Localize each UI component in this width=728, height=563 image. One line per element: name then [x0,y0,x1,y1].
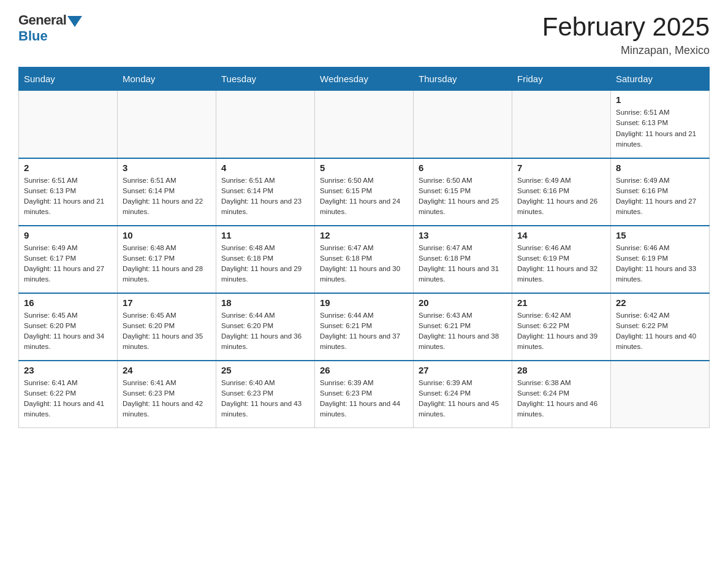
day-number: 1 [616,94,704,105]
calendar-cell: 13Sunrise: 6:47 AMSunset: 6:18 PMDayligh… [414,226,512,293]
day-number: 3 [123,163,211,173]
calendar-cell: 10Sunrise: 6:48 AMSunset: 6:17 PMDayligh… [118,226,216,293]
calendar-cell [216,91,315,158]
day-info: Sunrise: 6:38 AMSunset: 6:24 PMDaylight:… [517,378,605,420]
day-header-sunday: Sunday [19,67,118,91]
day-info: Sunrise: 6:50 AMSunset: 6:15 PMDaylight:… [320,175,408,218]
day-info: Sunrise: 6:49 AMSunset: 6:17 PMDaylight:… [24,243,112,285]
calendar-week-row: 9Sunrise: 6:49 AMSunset: 6:17 PMDaylight… [19,226,710,293]
calendar-cell: 24Sunrise: 6:41 AMSunset: 6:23 PMDayligh… [118,361,216,428]
day-info: Sunrise: 6:48 AMSunset: 6:17 PMDaylight:… [123,243,211,285]
day-number: 28 [517,365,605,375]
day-number: 7 [517,163,605,173]
day-number: 17 [123,297,211,308]
calendar-header-row: SundayMondayTuesdayWednesdayThursdayFrid… [19,67,710,91]
calendar-cell [512,91,611,158]
day-number: 5 [320,163,408,173]
calendar-cell: 14Sunrise: 6:46 AMSunset: 6:19 PMDayligh… [512,226,611,293]
day-info: Sunrise: 6:44 AMSunset: 6:20 PMDaylight:… [221,310,309,353]
day-number: 18 [221,297,309,308]
calendar-cell: 21Sunrise: 6:42 AMSunset: 6:22 PMDayligh… [512,293,611,361]
day-info: Sunrise: 6:45 AMSunset: 6:20 PMDaylight:… [24,310,112,353]
day-number: 2 [24,163,112,173]
logo-arrow-icon [67,16,82,27]
day-number: 10 [123,230,211,240]
calendar-cell: 7Sunrise: 6:49 AMSunset: 6:16 PMDaylight… [512,158,611,226]
day-number: 20 [419,297,507,308]
day-number: 24 [123,365,211,375]
day-info: Sunrise: 6:44 AMSunset: 6:21 PMDaylight:… [320,310,408,353]
title-area: February 2025 Minzapan, Mexico [542,12,710,57]
calendar-cell: 15Sunrise: 6:46 AMSunset: 6:19 PMDayligh… [611,226,710,293]
calendar-cell: 11Sunrise: 6:48 AMSunset: 6:18 PMDayligh… [216,226,315,293]
day-info: Sunrise: 6:41 AMSunset: 6:22 PMDaylight:… [24,378,112,420]
day-header-thursday: Thursday [414,67,512,91]
day-info: Sunrise: 6:47 AMSunset: 6:18 PMDaylight:… [320,243,408,285]
day-number: 22 [616,297,704,308]
calendar-cell: 26Sunrise: 6:39 AMSunset: 6:23 PMDayligh… [315,361,414,428]
calendar-cell: 3Sunrise: 6:51 AMSunset: 6:14 PMDaylight… [118,158,216,226]
day-info: Sunrise: 6:49 AMSunset: 6:16 PMDaylight:… [616,175,704,218]
day-info: Sunrise: 6:46 AMSunset: 6:19 PMDaylight:… [616,243,704,285]
day-info: Sunrise: 6:51 AMSunset: 6:14 PMDaylight:… [221,175,309,218]
day-number: 14 [517,230,605,240]
day-number: 21 [517,297,605,308]
day-header-saturday: Saturday [611,67,710,91]
day-info: Sunrise: 6:48 AMSunset: 6:18 PMDaylight:… [221,243,309,285]
calendar-cell: 2Sunrise: 6:51 AMSunset: 6:13 PMDaylight… [19,158,118,226]
calendar-cell: 9Sunrise: 6:49 AMSunset: 6:17 PMDaylight… [19,226,118,293]
day-info: Sunrise: 6:46 AMSunset: 6:19 PMDaylight:… [517,243,605,285]
day-number: 6 [419,163,507,173]
calendar-cell: 8Sunrise: 6:49 AMSunset: 6:16 PMDaylight… [611,158,710,226]
calendar-cell [611,361,710,428]
calendar-cell: 27Sunrise: 6:39 AMSunset: 6:24 PMDayligh… [414,361,512,428]
day-info: Sunrise: 6:51 AMSunset: 6:13 PMDaylight:… [24,175,112,218]
day-number: 27 [419,365,507,375]
calendar-week-row: 1Sunrise: 6:51 AMSunset: 6:13 PMDaylight… [19,91,710,158]
day-info: Sunrise: 6:39 AMSunset: 6:23 PMDaylight:… [320,378,408,420]
calendar-cell: 28Sunrise: 6:38 AMSunset: 6:24 PMDayligh… [512,361,611,428]
calendar-cell [414,91,512,158]
day-number: 15 [616,230,704,240]
day-info: Sunrise: 6:42 AMSunset: 6:22 PMDaylight:… [517,310,605,353]
logo-general-text: General [18,12,66,28]
day-number: 8 [616,163,704,173]
calendar-cell: 18Sunrise: 6:44 AMSunset: 6:20 PMDayligh… [216,293,315,361]
calendar-week-row: 23Sunrise: 6:41 AMSunset: 6:22 PMDayligh… [19,361,710,428]
calendar-cell: 25Sunrise: 6:40 AMSunset: 6:23 PMDayligh… [216,361,315,428]
day-number: 12 [320,230,408,240]
calendar-cell [19,91,118,158]
day-number: 23 [24,365,112,375]
day-header-friday: Friday [512,67,611,91]
calendar-cell: 5Sunrise: 6:50 AMSunset: 6:15 PMDaylight… [315,158,414,226]
calendar-week-row: 16Sunrise: 6:45 AMSunset: 6:20 PMDayligh… [19,293,710,361]
calendar-cell: 1Sunrise: 6:51 AMSunset: 6:13 PMDaylight… [611,91,710,158]
day-number: 4 [221,163,309,173]
day-info: Sunrise: 6:39 AMSunset: 6:24 PMDaylight:… [419,378,507,420]
calendar-cell: 16Sunrise: 6:45 AMSunset: 6:20 PMDayligh… [19,293,118,361]
calendar-cell: 19Sunrise: 6:44 AMSunset: 6:21 PMDayligh… [315,293,414,361]
day-info: Sunrise: 6:45 AMSunset: 6:20 PMDaylight:… [123,310,211,353]
calendar-week-row: 2Sunrise: 6:51 AMSunset: 6:13 PMDaylight… [19,158,710,226]
day-info: Sunrise: 6:51 AMSunset: 6:14 PMDaylight:… [123,175,211,218]
calendar-table: SundayMondayTuesdayWednesdayThursdayFrid… [18,67,710,428]
calendar-cell: 20Sunrise: 6:43 AMSunset: 6:21 PMDayligh… [414,293,512,361]
logo: General Blue [18,12,82,44]
month-title: February 2025 [542,12,710,42]
calendar-cell: 4Sunrise: 6:51 AMSunset: 6:14 PMDaylight… [216,158,315,226]
page-header: General Blue February 2025 Minzapan, Mex… [18,12,710,57]
day-info: Sunrise: 6:49 AMSunset: 6:16 PMDaylight:… [517,175,605,218]
calendar-cell: 17Sunrise: 6:45 AMSunset: 6:20 PMDayligh… [118,293,216,361]
calendar-cell [315,91,414,158]
day-header-wednesday: Wednesday [315,67,414,91]
calendar-cell [118,91,216,158]
day-number: 9 [24,230,112,240]
day-number: 19 [320,297,408,308]
calendar-cell: 6Sunrise: 6:50 AMSunset: 6:15 PMDaylight… [414,158,512,226]
day-number: 25 [221,365,309,375]
day-info: Sunrise: 6:47 AMSunset: 6:18 PMDaylight:… [419,243,507,285]
day-info: Sunrise: 6:51 AMSunset: 6:13 PMDaylight:… [616,107,704,150]
logo-blue-text: Blue [18,28,48,44]
day-info: Sunrise: 6:40 AMSunset: 6:23 PMDaylight:… [221,378,309,420]
calendar-cell: 22Sunrise: 6:42 AMSunset: 6:22 PMDayligh… [611,293,710,361]
